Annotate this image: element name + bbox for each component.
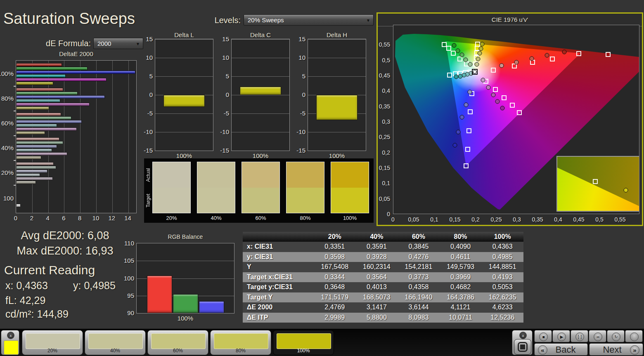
target-swatch bbox=[331, 188, 369, 213]
rgb-balance-x-label: 100% bbox=[136, 315, 234, 322]
cie-y-axis: 00,050,10,150,20,250,30,350,40,450,50,55 bbox=[372, 25, 391, 214]
next-label: Next bbox=[594, 344, 631, 355]
table-value-cell: 0,3564 bbox=[356, 273, 398, 281]
de-formula-dropdown[interactable]: 2000 ▼ bbox=[93, 38, 143, 49]
target-swatch bbox=[197, 188, 235, 213]
gridline bbox=[155, 113, 213, 114]
table-value-cell: 0,3351 bbox=[314, 243, 356, 250]
gridline bbox=[232, 58, 289, 58]
actual-swatch bbox=[153, 162, 190, 188]
gridline bbox=[308, 58, 366, 58]
axis-tick-label: 0,25 bbox=[490, 216, 502, 223]
deltae-bar bbox=[16, 78, 107, 81]
table-value-cell: 162,6235 bbox=[481, 294, 523, 301]
table-value-cell: 3,1417 bbox=[356, 304, 398, 311]
axis-tick-label: 105 bbox=[124, 257, 134, 264]
rgb-bar-red bbox=[147, 276, 172, 313]
table-value-cell: 3,6144 bbox=[398, 304, 440, 311]
deltae-chart-plot bbox=[16, 60, 137, 213]
gridline bbox=[137, 261, 234, 261]
delta-h-title: Delta H bbox=[308, 31, 366, 38]
infinity-icon: ∞ bbox=[594, 332, 602, 341]
cie-measured-marker-cyan bbox=[454, 75, 459, 79]
table-value-cell: 168,5073 bbox=[356, 294, 398, 301]
deltae-y-axis: 100%80%60%40%20%100 bbox=[0, 60, 15, 213]
cie-x-axis: 00,050,10,150,20,250,30,350,40,450,50,55 bbox=[393, 216, 641, 223]
cie-measured-marker-magenta bbox=[481, 78, 485, 82]
cie-measured-marker-magenta bbox=[486, 85, 491, 90]
stop-icon: ■ bbox=[539, 332, 548, 341]
delta-c-y-axis: 151050-5-10-15 bbox=[215, 39, 230, 151]
rgb-bar-green bbox=[173, 294, 198, 313]
target-swatch bbox=[242, 188, 279, 213]
table-value-cell: 0,4363 bbox=[481, 243, 523, 250]
axis-tick-label: 0 bbox=[391, 216, 395, 223]
axis-tick-label: 15 bbox=[146, 35, 153, 42]
cie-measured-marker-red bbox=[500, 64, 504, 68]
refresh-button[interactable]: ↻ bbox=[607, 330, 625, 342]
axis-tick-label: -15 bbox=[144, 147, 153, 154]
axis-tick-label: 0,35 bbox=[379, 103, 390, 110]
axis-tick-label: 0,3 bbox=[513, 216, 521, 223]
deltae-bar bbox=[16, 88, 63, 91]
deltae-bar bbox=[16, 204, 21, 207]
axis-tick-label: 6 bbox=[62, 215, 65, 222]
deltae-bar bbox=[16, 181, 36, 184]
range-button[interactable]: [·] bbox=[571, 330, 588, 342]
gridline bbox=[155, 58, 213, 58]
cie-target-marker bbox=[606, 52, 611, 57]
axis-tick-label: 0,2 bbox=[471, 216, 479, 223]
table-value-cell: 4,1121 bbox=[440, 304, 482, 311]
axis-tick-label: 0 bbox=[387, 211, 390, 217]
axis-tick-label: 10 bbox=[146, 54, 153, 61]
table-value-cell: 0,5053 bbox=[481, 283, 523, 291]
reading-fl-value: fL: 42,29 bbox=[5, 295, 45, 306]
table-header-cell: 60% bbox=[398, 233, 440, 240]
cie-target-marker-red bbox=[550, 57, 555, 61]
axis-tick-label: 0 bbox=[14, 215, 17, 222]
back-button[interactable]: « Back bbox=[534, 343, 588, 356]
axis-tick-label: 4 bbox=[46, 215, 49, 222]
blank-icon bbox=[630, 332, 639, 341]
stop-button[interactable]: ■ bbox=[534, 330, 552, 342]
deltae-bar bbox=[16, 63, 62, 66]
deltae-bar bbox=[16, 149, 52, 152]
gridline bbox=[128, 61, 129, 213]
deltae-bar bbox=[16, 71, 135, 74]
reading-y-value: y: 0,4985 bbox=[73, 280, 116, 292]
axis-tick-label: 0 bbox=[302, 91, 305, 98]
axis-tick-label: 0,5 bbox=[382, 57, 390, 64]
table-value-cell: 0,4682 bbox=[440, 283, 482, 291]
rgb-balance-plot bbox=[136, 243, 234, 314]
next-button[interactable]: Next » bbox=[589, 343, 643, 356]
axis-tick-label: -10 bbox=[296, 128, 305, 135]
axis-tick-label: 0,2 bbox=[382, 149, 390, 156]
de-formula-value: 2000 bbox=[97, 40, 111, 47]
play-button[interactable]: ▶ bbox=[552, 330, 570, 342]
axis-group-label: 20% bbox=[1, 169, 14, 176]
cie-inset-out-of-gamut bbox=[557, 157, 639, 211]
axis-tick-label: -5 bbox=[300, 110, 305, 117]
table-value-cell: 2,9989 bbox=[314, 314, 356, 321]
cie-target-marker-blue bbox=[464, 163, 469, 168]
table-value-cell: 5,8800 bbox=[356, 314, 398, 321]
blank-button[interactable] bbox=[625, 330, 643, 342]
table-header-cell: 20% bbox=[314, 233, 356, 240]
measurement-table: 20%40%60%80%100%x: CIE310,33510,35910,38… bbox=[243, 232, 523, 323]
deltae-bar bbox=[16, 116, 71, 120]
infinity-button[interactable]: ∞ bbox=[589, 330, 606, 342]
delta-bar bbox=[240, 87, 281, 95]
gridline bbox=[308, 76, 366, 77]
axis-tick-label: 0,3 bbox=[382, 118, 390, 125]
swatch-level-label: 80% bbox=[286, 215, 324, 221]
levels-dropdown[interactable]: 20% Sweeps ▼ bbox=[244, 14, 374, 26]
swatch-level-label: 20% bbox=[152, 215, 191, 221]
deltae-bar bbox=[16, 170, 47, 173]
cie-target-marker-red bbox=[491, 68, 496, 73]
cie-inset-target-marker bbox=[593, 179, 598, 184]
gridline bbox=[232, 132, 289, 132]
table-header-cell: 100% bbox=[481, 233, 523, 240]
axis-tick-label: 0,55 bbox=[379, 41, 390, 48]
table-value-cell: 0,4013 bbox=[356, 283, 398, 291]
delta-bar bbox=[316, 95, 358, 120]
